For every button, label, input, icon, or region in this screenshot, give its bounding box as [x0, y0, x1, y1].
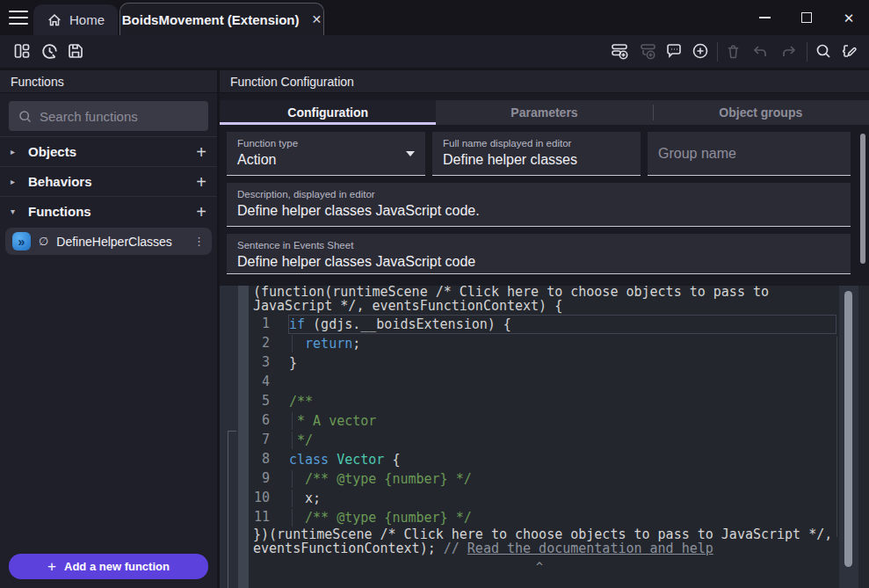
search-functions-input[interactable] — [40, 109, 214, 124]
line-text[interactable] — [288, 373, 836, 392]
field-label: Description, displayed in editor — [237, 189, 840, 200]
line-number: 4 — [249, 373, 288, 392]
add-behavior-button[interactable]: + — [196, 173, 206, 191]
documentation-link[interactable]: Read the documentation and help — [467, 541, 713, 556]
code-line[interactable]: 7 */ — [249, 431, 869, 450]
code-line[interactable]: 6 * A vector — [249, 411, 869, 431]
line-text[interactable]: } — [288, 353, 836, 373]
expand-caret-icon[interactable]: ^ — [536, 560, 543, 573]
function-list-item-selected[interactable]: » ∅ DefineHelperClasses ⋮ — [5, 228, 212, 255]
delete-icon[interactable] — [721, 40, 744, 62]
tab-parameters[interactable]: Parameters — [436, 100, 652, 125]
code-line[interactable]: 9 /** @type {number} */ — [249, 469, 869, 489]
line-text[interactable]: class Vector { — [288, 450, 836, 469]
code-content[interactable]: (function(runtimeScene /* Click here to … — [249, 286, 869, 588]
undo-icon[interactable] — [749, 40, 771, 62]
full-name-field[interactable]: Full name displayed in editor Define hel… — [432, 132, 641, 176]
line-number: 5 — [249, 392, 288, 411]
save-icon[interactable] — [64, 40, 87, 62]
description-value: Define helper classes JavaScript code. — [237, 203, 840, 219]
add-comment-icon[interactable] — [663, 40, 685, 62]
tab-object-groups[interactable]: Object groups — [653, 100, 869, 125]
tab-home[interactable]: Home — [33, 4, 118, 35]
line-text[interactable]: return; — [288, 334, 836, 353]
field-label: Full name displayed in editor — [443, 138, 630, 149]
main-panel-title: Function Configuration — [230, 75, 354, 89]
group-name-input[interactable] — [658, 132, 840, 175]
toggle-panels-icon[interactable] — [11, 40, 33, 62]
code-line[interactable]: 1if (gdjs.__boidsExtension) { — [249, 315, 869, 334]
title-bar: Home BoidsMovement (Extension) ✕ ✕ — [0, 0, 869, 35]
line-text[interactable]: x; — [288, 489, 836, 508]
code-line[interactable]: 5/** — [249, 392, 869, 411]
search-icon[interactable] — [812, 40, 835, 62]
add-object-button[interactable]: + — [196, 143, 206, 161]
add-function-plus-button[interactable]: + — [196, 203, 206, 221]
code-lines: 1if (gdjs.__boidsExtension) {2 return;3}… — [249, 315, 869, 527]
config-scrollbar-thumb[interactable] — [860, 134, 865, 264]
sentence-field[interactable]: Sentence in Events Sheet Define helper c… — [227, 234, 851, 274]
line-text[interactable]: /** @type {number} */ — [288, 469, 836, 489]
redo-icon[interactable] — [778, 40, 800, 62]
dropdown-caret-icon — [406, 151, 415, 156]
tab-close-icon[interactable]: ✕ — [311, 12, 322, 26]
code-line[interactable]: 3} — [249, 353, 869, 373]
description-field[interactable]: Description, displayed in editor Define … — [227, 183, 851, 227]
event-handle-bar[interactable] — [238, 286, 249, 588]
line-text[interactable]: if (gdjs.__boidsExtension) { — [288, 315, 836, 334]
sidebar-section-functions[interactable]: ▾ Functions + — [0, 196, 217, 226]
history-icon[interactable] — [38, 40, 61, 62]
code-line[interactable]: 8class Vector { — [249, 450, 869, 469]
tab-project[interactable]: BoidsMovement (Extension) ✕ — [119, 3, 324, 35]
search-functions-box[interactable] — [9, 101, 208, 131]
field-label: Function type — [237, 138, 415, 149]
item-menu-icon[interactable]: ⋮ — [193, 235, 205, 248]
line-number: 1 — [249, 315, 288, 334]
sidebar-section-objects[interactable]: ▸ Objects + — [0, 136, 217, 166]
tab-divider — [653, 105, 654, 120]
event-bracket-decoration — [228, 431, 236, 588]
add-new-function-label: Add a new function — [64, 560, 170, 573]
line-text[interactable]: * A vector — [288, 411, 836, 431]
function-type-select[interactable]: Function type Action — [227, 132, 425, 176]
add-event-icon[interactable] — [608, 40, 631, 62]
line-number: 9 — [249, 469, 288, 489]
line-number: 3 — [249, 353, 288, 373]
code-scrollbar-thumb[interactable] — [844, 291, 852, 567]
line-text[interactable]: /** — [288, 392, 836, 411]
menu-hamburger-icon[interactable] — [9, 11, 28, 25]
group-name-field[interactable] — [648, 132, 851, 176]
section-label: Behaviors — [28, 174, 187, 189]
tab-label: Configuration — [287, 105, 368, 120]
window-maximize-button[interactable] — [787, 0, 826, 35]
tab-configuration[interactable]: Configuration — [220, 100, 436, 125]
window-minimize-button[interactable] — [745, 0, 784, 35]
add-new-function-button[interactable]: + Add a new function — [9, 554, 208, 579]
empty-set-icon: ∅ — [39, 235, 48, 248]
code-wrapper-footer[interactable]: })(runtimeScene /* Click here to choose … — [249, 528, 869, 570]
window-close-button[interactable]: ✕ — [829, 0, 868, 35]
add-circle-icon[interactable] — [689, 40, 712, 62]
line-number: 7 — [249, 431, 288, 450]
javascript-code-editor[interactable]: (function(runtimeScene /* Click here to … — [220, 286, 869, 588]
tab-label: Parameters — [511, 105, 577, 120]
section-label: Objects — [28, 144, 187, 159]
code-line[interactable]: 2 return; — [249, 334, 869, 353]
line-text[interactable]: */ — [288, 431, 836, 450]
configuration-form: Function type Action Full name displayed… — [220, 125, 869, 274]
tab-label: Object groups — [719, 105, 802, 120]
editor-edge-decoration — [836, 337, 837, 537]
toolbar-divider — [717, 42, 718, 62]
code-line[interactable]: 4 — [249, 373, 869, 392]
code-line[interactable]: 11 /** @type {number} */ — [249, 508, 869, 527]
code-wrapper-header[interactable]: (function(runtimeScene /* Click here to … — [249, 286, 869, 313]
configuration-tabs: Configuration Parameters Object groups — [220, 100, 869, 125]
code-line[interactable]: 10 x; — [249, 489, 869, 508]
tab-project-label: BoidsMovement (Extension) — [122, 12, 300, 27]
add-subevent-icon[interactable] — [636, 40, 659, 62]
edit-extension-icon[interactable] — [838, 40, 861, 62]
line-number: 11 — [249, 508, 288, 527]
sidebar-section-behaviors[interactable]: ▸ Behaviors + — [0, 166, 217, 196]
sidebar-header: Functions — [0, 70, 217, 93]
line-text[interactable]: /** @type {number} */ — [288, 508, 836, 527]
